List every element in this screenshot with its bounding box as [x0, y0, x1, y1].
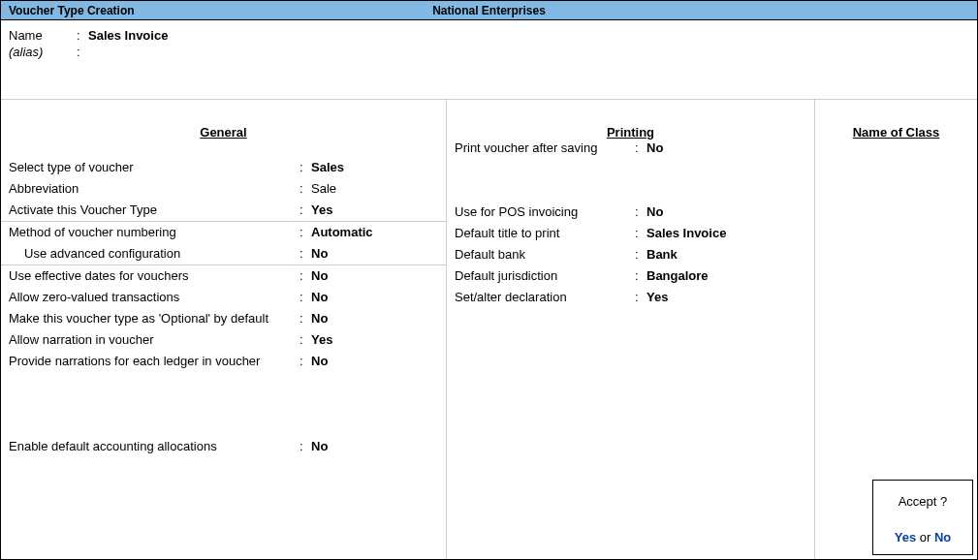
default-alloc-row: Enable default accounting allocations : …	[9, 436, 438, 457]
name-input[interactable]: Sales Invoice	[88, 28, 168, 43]
default-bank-label: Default bank	[455, 244, 635, 265]
narration-voucher-label: Allow narration in voucher	[9, 329, 300, 351]
default-title-row: Default title to print : Sales Invoice	[455, 223, 806, 244]
optional-input[interactable]: No	[311, 308, 328, 329]
print-after-saving-input[interactable]: No	[647, 138, 663, 159]
set-alter-declaration-row: Set/alter declaration : Yes	[455, 287, 806, 308]
colon: :	[77, 45, 88, 59]
numbering-row: Method of voucher numbering : Automatic	[9, 222, 438, 243]
advanced-config-row: Use advanced configuration : No	[9, 243, 438, 264]
pos-invoicing-row: Use for POS invoicing : No	[455, 202, 806, 223]
narration-ledger-label: Provide narrations for each ledger in vo…	[9, 351, 300, 372]
narration-ledger-row: Provide narrations for each ledger in vo…	[9, 351, 438, 372]
advanced-config-input[interactable]: No	[311, 243, 328, 264]
accept-yes-button[interactable]: Yes	[895, 530, 916, 544]
default-title-label: Default title to print	[455, 223, 635, 244]
optional-label: Make this voucher type as 'Optional' by …	[9, 308, 300, 329]
default-bank-row: Default bank : Bank	[455, 244, 806, 265]
select-type-row: Select type of voucher : Sales	[9, 157, 438, 178]
pos-invoicing-label: Use for POS invoicing	[455, 202, 635, 223]
alias-label: (alias)	[9, 45, 77, 59]
accept-question: Accept ?	[873, 494, 972, 509]
narration-voucher-row: Allow narration in voucher : Yes	[9, 329, 438, 351]
pos-invoicing-input[interactable]: No	[647, 202, 663, 223]
general-column: General Select type of voucher : Sales A…	[1, 100, 447, 559]
default-jurisdiction-row: Default jurisdiction : Bangalore	[455, 265, 806, 287]
default-jurisdiction-label: Default jurisdiction	[455, 265, 635, 287]
default-alloc-label: Enable default accounting allocations	[9, 436, 300, 457]
advanced-config-label: Use advanced configuration	[9, 243, 300, 264]
alias-row: (alias) :	[9, 45, 969, 59]
general-heading: General	[9, 125, 438, 140]
header-area: Name : Sales Invoice (alias) :	[1, 20, 977, 100]
default-jurisdiction-input[interactable]: Bangalore	[647, 265, 709, 287]
titlebar-company-name: National Enterprises	[1, 4, 977, 17]
abbreviation-row: Abbreviation : Sale	[9, 178, 438, 200]
accept-buttons: Yes or No	[873, 530, 972, 544]
activate-input[interactable]: Yes	[311, 200, 332, 221]
default-alloc-input[interactable]: No	[311, 436, 328, 457]
accept-dialog: Accept ? Yes or No	[872, 480, 973, 555]
accept-no-button[interactable]: No	[934, 530, 951, 544]
titlebar: Voucher Type Creation National Enterpris…	[1, 1, 977, 20]
activate-label: Activate this Voucher Type	[9, 200, 300, 221]
activate-row: Activate this Voucher Type : Yes	[9, 200, 438, 221]
effective-dates-row: Use effective dates for vouchers : No	[9, 265, 438, 287]
columns: General Select type of voucher : Sales A…	[1, 100, 977, 559]
voucher-type-creation-window: Voucher Type Creation National Enterpris…	[0, 0, 978, 560]
default-bank-input[interactable]: Bank	[647, 244, 678, 265]
effective-dates-label: Use effective dates for vouchers	[9, 265, 300, 287]
name-row: Name : Sales Invoice	[9, 28, 969, 43]
printing-column: Printing Print voucher after saving : No…	[447, 100, 815, 559]
select-type-input[interactable]: Sales	[311, 157, 344, 178]
select-type-label: Select type of voucher	[9, 157, 300, 178]
colon: :	[77, 28, 88, 43]
numbering-input[interactable]: Automatic	[311, 222, 373, 243]
set-alter-declaration-label: Set/alter declaration	[455, 287, 635, 308]
abbreviation-label: Abbreviation	[9, 178, 300, 200]
name-of-class-heading: Name of Class	[823, 125, 969, 140]
print-after-saving-row: Print voucher after saving : No	[455, 138, 806, 159]
abbreviation-input[interactable]: Sale	[311, 178, 336, 200]
optional-row: Make this voucher type as 'Optional' by …	[9, 308, 438, 329]
default-title-input[interactable]: Sales Invoice	[647, 223, 726, 244]
set-alter-declaration-input[interactable]: Yes	[647, 287, 668, 308]
name-label: Name	[9, 28, 77, 43]
zero-valued-input[interactable]: No	[311, 287, 328, 308]
zero-valued-row: Allow zero-valued transactions : No	[9, 287, 438, 308]
numbering-label: Method of voucher numbering	[9, 222, 300, 243]
print-after-saving-label: Print voucher after saving	[455, 138, 635, 159]
effective-dates-input[interactable]: No	[311, 265, 328, 287]
narration-ledger-input[interactable]: No	[311, 351, 328, 372]
narration-voucher-input[interactable]: Yes	[311, 329, 332, 351]
zero-valued-label: Allow zero-valued transactions	[9, 287, 300, 308]
